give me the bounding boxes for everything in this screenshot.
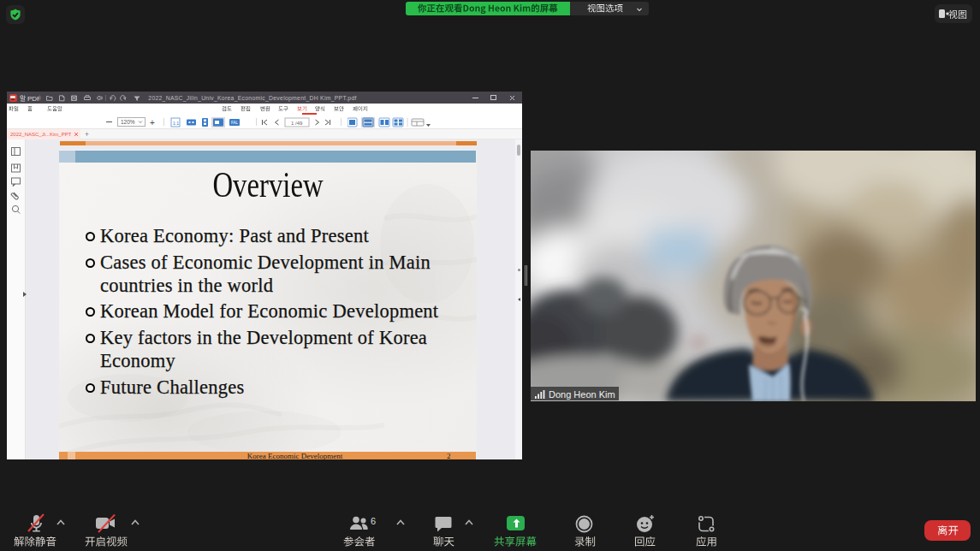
svg-text:1 /49: 1 /49 [291,121,303,126]
svg-text:1:1: 1:1 [173,121,179,126]
svg-text:FAL: FAL [231,121,239,125]
